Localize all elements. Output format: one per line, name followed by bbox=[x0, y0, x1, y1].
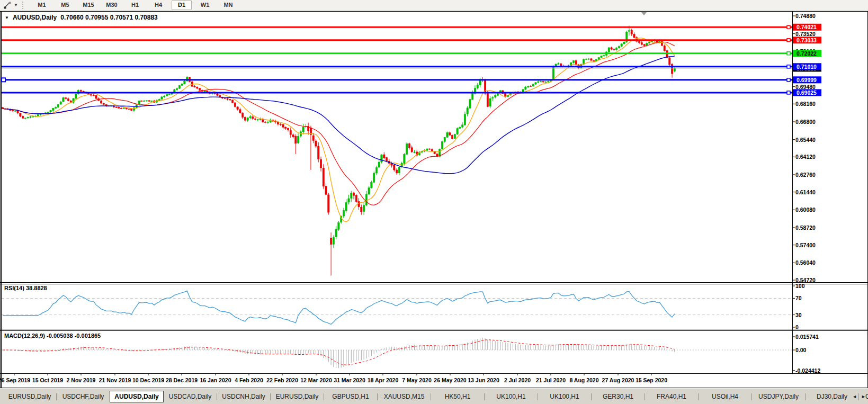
svg-text:4 Feb 2020: 4 Feb 2020 bbox=[235, 377, 263, 383]
macd-pane-label: MACD(12,26,9) -0.005038 -0.001865 bbox=[4, 333, 101, 339]
level-line-end-marker[interactable] bbox=[787, 25, 790, 29]
svg-text:21 Jul 2020: 21 Jul 2020 bbox=[536, 377, 566, 383]
svg-text:0.61440: 0.61440 bbox=[795, 189, 816, 195]
chart-symbol-label: AUDUSD,Daily bbox=[13, 14, 57, 21]
svg-text:18 Apr 2020: 18 Apr 2020 bbox=[368, 377, 399, 383]
macd-axis-label: 0.00 bbox=[795, 347, 807, 353]
svg-text:10 Dec 2019: 10 Dec 2019 bbox=[132, 377, 164, 383]
rsi-line bbox=[3, 291, 675, 324]
rsi-indicator-value: 38.8828 bbox=[26, 285, 47, 291]
svg-text:0.65440: 0.65440 bbox=[795, 137, 816, 143]
level-line-end-marker[interactable] bbox=[787, 65, 790, 68]
level-line-end-marker[interactable] bbox=[787, 52, 790, 55]
tab-ger30-h1-11[interactable]: GER30,H1 bbox=[592, 392, 645, 401]
svg-text:0.64120: 0.64120 bbox=[795, 154, 816, 160]
svg-text:0.62760: 0.62760 bbox=[795, 172, 816, 178]
svg-text:0.73520: 0.73520 bbox=[795, 31, 816, 37]
date-axis: 26 Sep 201915 Oct 20192 Nov 201921 Nov 2… bbox=[0, 373, 667, 383]
tab-usdcad-daily-3[interactable]: USDCAD,Daily bbox=[164, 392, 217, 401]
rsi-axis-label: 70 bbox=[795, 295, 802, 301]
level-line-end-marker[interactable] bbox=[787, 91, 790, 94]
tab-xauusd-m15-7[interactable]: XAUUSD,M15 bbox=[378, 392, 431, 401]
tab-audusd-daily-2[interactable]: AUDUSD,Daily bbox=[110, 391, 164, 402]
svg-text:27 Aug 2020: 27 Aug 2020 bbox=[602, 377, 634, 383]
svg-text:21 Nov 2019: 21 Nov 2019 bbox=[99, 377, 131, 383]
level-line-end-marker[interactable] bbox=[787, 39, 790, 42]
level-line-start-marker[interactable] bbox=[2, 78, 5, 82]
level-price-label-text: 0.69025 bbox=[797, 89, 817, 96]
chart-ohlc-values: 0.70660 0.70955 0.70571 0.70883 bbox=[60, 14, 158, 21]
svg-text:8 Aug 2020: 8 Aug 2020 bbox=[569, 377, 598, 383]
level-price-label-text: 0.72022 bbox=[797, 50, 817, 57]
chart-tabs: EURUSD,DailyUSDCHF,DailyAUDUSD,DailyUSDC… bbox=[3, 391, 868, 402]
tab-scroll-controls: ◄ ► bbox=[852, 394, 866, 399]
level-price-label-text: 0.73033 bbox=[797, 37, 817, 43]
chart-plot-area[interactable] bbox=[2, 12, 792, 282]
macd-indicator-name: MACD(12,26,9) bbox=[4, 333, 45, 339]
macd-axis-label: 0.015741 bbox=[795, 334, 819, 340]
svg-text:15 Sep 2020: 15 Sep 2020 bbox=[636, 377, 667, 383]
svg-text:26 Sep 2019: 26 Sep 2019 bbox=[0, 377, 30, 383]
svg-text:15 Oct 2019: 15 Oct 2019 bbox=[32, 377, 64, 383]
rsi-axis-label: 100 bbox=[795, 283, 805, 289]
tab-uk100-h1-10[interactable]: UK100,H1 bbox=[538, 392, 591, 401]
svg-text:16 Jan 2020: 16 Jan 2020 bbox=[200, 377, 231, 383]
svg-text:0.69480: 0.69480 bbox=[795, 84, 816, 90]
rsi-pane-label: RSI(14) 38.8828 bbox=[4, 285, 47, 291]
tab-eurusd-daily-5[interactable]: EURUSD,Daily bbox=[271, 392, 324, 401]
svg-text:12 Mar 2020: 12 Mar 2020 bbox=[300, 377, 332, 383]
chart-tabs-bar: EURUSD,DailyUSDCHF,DailyAUDUSD,DailyUSDC… bbox=[0, 389, 868, 404]
svg-text:28 Dec 2019: 28 Dec 2019 bbox=[166, 377, 198, 383]
chart-title: ▼ AUDUSD,Daily 0.70660 0.70955 0.70571 0… bbox=[5, 14, 158, 21]
svg-text:7 May 2020: 7 May 2020 bbox=[402, 377, 432, 383]
tab-gbpusd-h1-6[interactable]: GBPUSD,H1 bbox=[324, 392, 377, 401]
level-price-label-text: 0.74021 bbox=[797, 24, 817, 30]
tab-usdchf-daily-1[interactable]: USDCHF,Daily bbox=[57, 392, 110, 401]
svg-text:26 May 2020: 26 May 2020 bbox=[434, 377, 466, 383]
tab-usdcnh-daily-4[interactable]: USDCNH,Daily bbox=[217, 392, 270, 401]
svg-text:0.56040: 0.56040 bbox=[795, 259, 816, 266]
tab-dj30-daily-15[interactable]: DJ30,Daily bbox=[806, 392, 858, 401]
svg-text:0.57400: 0.57400 bbox=[795, 242, 816, 248]
level-price-label-text: 0.69999 bbox=[797, 77, 817, 83]
macd-axis-label: -0.024412 bbox=[795, 367, 820, 374]
svg-text:2 Nov 2019: 2 Nov 2019 bbox=[67, 377, 96, 383]
chart-canvas: 0.748800.735200.721600.708000.694800.681… bbox=[0, 0, 868, 404]
tab-usoil-h4-13[interactable]: USOil,H4 bbox=[699, 392, 751, 401]
tab-hk50-h1-8[interactable]: HK50,H1 bbox=[431, 392, 484, 401]
svg-text:0.58720: 0.58720 bbox=[795, 225, 816, 231]
svg-text:31 Mar 2020: 31 Mar 2020 bbox=[334, 377, 365, 383]
rsi-axis-label: 30 bbox=[795, 312, 802, 318]
level-line-end-marker[interactable] bbox=[787, 78, 790, 82]
macd-indicator-values: -0.005038 -0.001865 bbox=[47, 333, 101, 339]
svg-text:0.68160: 0.68160 bbox=[795, 101, 816, 107]
tab-fra40-h1-12[interactable]: FRA40,H1 bbox=[645, 392, 698, 401]
macd-histogram bbox=[3, 338, 675, 368]
level-price-label-text: 0.71010 bbox=[797, 64, 817, 70]
tabs-scroll-right-icon[interactable]: ► bbox=[861, 394, 866, 399]
svg-text:13 Jun 2020: 13 Jun 2020 bbox=[468, 377, 499, 383]
svg-text:22 Feb 2020: 22 Feb 2020 bbox=[266, 377, 298, 383]
svg-text:0.60080: 0.60080 bbox=[795, 207, 816, 213]
tab-uk100-h1-9[interactable]: UK100,H1 bbox=[485, 392, 538, 401]
svg-text:2 Jul 2020: 2 Jul 2020 bbox=[504, 377, 531, 383]
rsi-indicator-name: RSI(14) bbox=[4, 285, 24, 291]
svg-text:0.66800: 0.66800 bbox=[795, 119, 816, 125]
chart-dropdown-icon[interactable]: ▼ bbox=[5, 15, 9, 20]
tab-usdjpy-daily-14[interactable]: USDJPY,Daily bbox=[752, 392, 805, 401]
tabs-scroll-left-icon[interactable]: ◄ bbox=[852, 394, 857, 399]
rsi-axis-label: 0 bbox=[795, 324, 799, 330]
svg-text:0.74880: 0.74880 bbox=[795, 13, 816, 19]
tab-eurusd-daily-0[interactable]: EURUSD,Daily bbox=[3, 392, 56, 401]
